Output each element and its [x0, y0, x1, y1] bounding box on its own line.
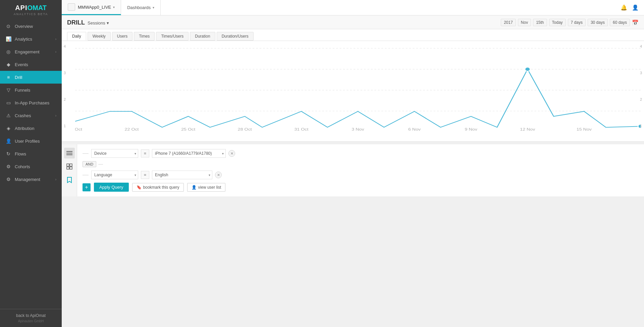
- filter-actions: + Apply Query 🔖 bookmark this query 👤 vi…: [83, 183, 639, 192]
- sidebar-label-events: Events: [15, 62, 56, 67]
- device-value-wrapper: iPhone 7 (A1660/A1779/A1780): [152, 149, 226, 158]
- sidebar-item-funnels[interactable]: ▽ Funnels: [0, 84, 62, 96]
- management-icon: ⚙: [5, 177, 11, 182]
- chart-tab-duration-users[interactable]: Duration/Users: [217, 32, 254, 41]
- drill-header: DRILL Sessions ▾ 2017 Nov 15th Today 7 d…: [62, 15, 644, 29]
- language-value-select[interactable]: English: [152, 171, 212, 179]
- tab-dashboards-chevron: ▾: [153, 6, 154, 9]
- chart-dot-peak: [525, 67, 530, 71]
- time-btn-15th[interactable]: 15th: [533, 19, 547, 26]
- y-label-4: 4: [64, 44, 66, 48]
- language-field-wrapper: Language: [91, 171, 138, 179]
- sidebar-label-crashes: Crashes: [15, 113, 55, 118]
- chart-tab-times[interactable]: Times: [134, 32, 155, 41]
- logo-api: API: [15, 4, 27, 12]
- chart-svg: 19 Oct 22 Oct 25 Oct 28 Oct 31 Oct 3 Nov…: [75, 45, 641, 131]
- device-value-select[interactable]: iPhone 7 (A1660/A1779/A1780): [152, 149, 226, 158]
- apply-query-button[interactable]: Apply Query: [94, 183, 129, 192]
- sidebar-label-management: Management: [15, 177, 55, 182]
- company-name: Apinauten GmbH: [5, 319, 56, 323]
- logo-area: APIOMAT ANALYTICS BETA: [0, 0, 62, 20]
- sidebar-item-overview[interactable]: ⊙ Overview: [0, 20, 62, 33]
- sessions-dropdown[interactable]: Sessions ▾: [88, 20, 109, 26]
- sidebar-item-analytics[interactable]: 📊 Analytics ›: [0, 33, 62, 45]
- filter-section: Device = iPhone 7 (A1660/A1779/A1780) ✕ …: [62, 144, 644, 196]
- topbar: MMWApp0_LIVE ▾ Dashboards ▾ 🔔 👤: [62, 0, 644, 15]
- crashes-chevron: ›: [55, 114, 56, 118]
- management-chevron: ›: [55, 178, 56, 181]
- engagement-icon: ◎: [5, 49, 11, 54]
- language-remove-button[interactable]: ✕: [215, 172, 222, 178]
- filter-rows-icon[interactable]: [64, 148, 75, 158]
- view-user-list-button[interactable]: 👤 view user list: [187, 183, 226, 192]
- x-label-28oct: 28 Oct: [238, 128, 252, 131]
- sidebar-label-funnels: Funnels: [15, 88, 56, 93]
- sidebar-label-drill: Drill: [15, 75, 56, 80]
- app-icon: [68, 3, 75, 11]
- sidebar-item-attribution[interactable]: ◈ Attribution: [0, 122, 62, 135]
- calendar-icon[interactable]: 📅: [632, 19, 639, 26]
- tab-dashboards[interactable]: Dashboards ▾: [121, 0, 161, 15]
- chart-container: 4 3 2 1: [62, 41, 644, 142]
- filter-sidebar-icons: [62, 144, 77, 196]
- x-label-31oct: 31 Oct: [294, 128, 309, 131]
- sidebar-item-in-app-purchases[interactable]: ▭ In-App Purchases: [0, 96, 62, 109]
- filter-table-icon[interactable]: [64, 161, 75, 172]
- flows-icon: ↻: [5, 151, 11, 156]
- main-area: MMWApp0_LIVE ▾ Dashboards ▾ 🔔 👤 DRILL Se…: [62, 0, 644, 327]
- sidebar-item-flows[interactable]: ↻ Flows: [0, 147, 62, 160]
- chart-line: [75, 69, 641, 127]
- x-label-6nov: 6 Nov: [408, 128, 421, 131]
- back-to-apiomat-link[interactable]: back to ApiOmat: [5, 313, 56, 318]
- sidebar-label-analytics: Analytics: [15, 37, 55, 42]
- svg-rect-7: [67, 164, 69, 166]
- sidebar-label-attribution: Attribution: [15, 126, 56, 131]
- time-btn-60days[interactable]: 60 days: [610, 19, 630, 26]
- sidebar-item-user-profiles[interactable]: 👤 User Profiles: [0, 135, 62, 147]
- filter-bookmark-icon[interactable]: [64, 175, 75, 185]
- y-axis-right: 4 3 2 1: [640, 44, 642, 128]
- drill-icon: ≡: [5, 75, 11, 80]
- sessions-chevron: ▾: [107, 20, 109, 26]
- bookmark-query-button[interactable]: 🔖 bookmark this query: [132, 183, 184, 192]
- device-remove-button[interactable]: ✕: [228, 150, 235, 157]
- sidebar-item-events[interactable]: ◆ Events: [0, 58, 62, 71]
- add-filter-button[interactable]: +: [83, 183, 91, 191]
- connector-line-3: [83, 175, 89, 175]
- y-label-1: 1: [64, 124, 66, 128]
- chart-tab-times-users[interactable]: Times/Users: [156, 32, 189, 41]
- sidebar-item-drill[interactable]: ≡ Drill: [0, 71, 62, 84]
- chart-tab-weekly[interactable]: Weekly: [88, 32, 111, 41]
- chart-tab-duration[interactable]: Duration: [190, 32, 215, 41]
- sidebar-item-engagement[interactable]: ◎ Engagement ›: [0, 45, 62, 58]
- time-btn-today[interactable]: Today: [549, 19, 566, 26]
- connector-line-2: [98, 164, 103, 165]
- language-field-select[interactable]: Language: [91, 171, 138, 179]
- x-label-9nov: 9 Nov: [465, 128, 478, 131]
- x-label-3nov: 3 Nov: [352, 128, 364, 131]
- sidebar-item-management[interactable]: ⚙ Management ›: [0, 173, 62, 186]
- time-btn-30days[interactable]: 30 days: [588, 19, 608, 26]
- crashes-icon: ⚠: [5, 113, 11, 118]
- view-user-list-label: view user list: [198, 185, 221, 190]
- logo-omat: OMAT: [27, 4, 46, 12]
- user-icon[interactable]: 👤: [632, 4, 639, 11]
- chart-tab-daily[interactable]: Daily: [67, 32, 86, 41]
- time-btn-nov[interactable]: Nov: [518, 19, 531, 26]
- chart-tab-users[interactable]: Users: [112, 32, 132, 41]
- time-btn-7days[interactable]: 7 days: [568, 19, 586, 26]
- bell-icon[interactable]: 🔔: [621, 4, 627, 11]
- filter-row-language: Language = English ✕: [83, 171, 639, 179]
- sidebar-item-cohorts[interactable]: ⚙ Cohorts: [0, 160, 62, 173]
- sessions-label: Sessions: [88, 20, 105, 26]
- sidebar-item-crashes[interactable]: ⚠ Crashes ›: [0, 109, 62, 122]
- svg-rect-9: [67, 167, 69, 169]
- device-field-wrapper: Device: [91, 149, 138, 158]
- language-value-wrapper: English: [152, 171, 212, 179]
- drill-panel: DRILL Sessions ▾ 2017 Nov 15th Today 7 d…: [62, 15, 644, 142]
- device-field-select[interactable]: Device: [91, 149, 138, 158]
- time-btn-2017[interactable]: 2017: [501, 19, 516, 26]
- analytics-icon: 📊: [5, 36, 11, 42]
- tab-app[interactable]: MMWApp0_LIVE ▾: [62, 0, 121, 15]
- and-connector-button[interactable]: AND: [83, 161, 96, 167]
